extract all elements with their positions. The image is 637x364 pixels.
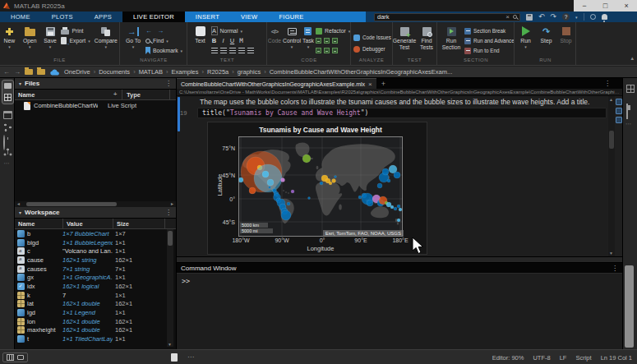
workspace-row[interactable]: blgd1×1 BubbleLegend1×1 (15, 238, 164, 247)
workspace-row[interactable]: idx162×1 logical162×1 (15, 282, 164, 291)
workspace-row[interactable]: gx1×1 GeographicA…1×1 (15, 273, 164, 282)
column-divider[interactable] (122, 90, 122, 99)
workspace-row[interactable]: c"Volcano and Lan…1×1 (15, 247, 164, 256)
workspace-panel-header[interactable]: ▾ Workspace ⋮ (15, 207, 176, 219)
step-button[interactable]: ↷Step (538, 25, 556, 44)
workspace-row[interactable]: maxheight162×1 double162×1 (15, 326, 164, 335)
geographic-map[interactable]: 5000 km 5000 mi Esri, TomTom, FAO, NOAA,… (238, 136, 403, 237)
refactor-tool-icon[interactable] (316, 38, 321, 44)
run-and-advance-button[interactable]: Run and Advance (464, 36, 512, 45)
output-right-icon[interactable] (616, 117, 622, 123)
more-panels-icon[interactable]: ⋯ (0, 160, 14, 167)
undo-icon[interactable]: ↶ (538, 12, 545, 22)
ws-col-value[interactable]: Value (67, 220, 83, 228)
breadcrumb-item[interactable]: Examples (172, 68, 199, 76)
maximize-button[interactable]: □ (595, 0, 615, 12)
print-button[interactable]: Print (61, 26, 90, 35)
nav-back-icon[interactable]: ← (3, 68, 10, 76)
scroll-up-icon[interactable]: ▲ (609, 97, 613, 102)
account-icon[interactable] (590, 14, 596, 20)
editor-scrollbar[interactable]: ▲ ▼ (608, 96, 615, 256)
monospace-button[interactable]: M (238, 37, 245, 44)
files-menu-icon[interactable]: ⋮ (165, 80, 172, 87)
collapse-files-icon[interactable]: ▾ (19, 81, 21, 86)
workspace-menu-icon[interactable]: ⋮ (165, 209, 172, 216)
command-window[interactable]: >> (177, 274, 622, 349)
code-button[interactable]: </>Code (268, 25, 281, 44)
scrollbar-thumb[interactable] (609, 131, 614, 149)
command-window-menu-icon[interactable]: ⋮ (612, 265, 618, 272)
column-divider[interactable] (62, 219, 63, 228)
refactor-tool-icon[interactable] (316, 48, 321, 53)
add-column-icon[interactable]: + (113, 90, 117, 98)
files-column-header[interactable]: Name + Type (15, 90, 176, 100)
ribbon-tab-apps[interactable]: APPS (84, 12, 122, 22)
control-button[interactable]: Control▾ (283, 25, 301, 48)
scrollbar-thumb[interactable] (26, 202, 117, 206)
layout-toggle[interactable] (2, 352, 28, 362)
new-button[interactable]: New▾ (0, 25, 19, 48)
run-to-end-button[interactable]: Run to End (464, 46, 512, 55)
source-control-icon[interactable] (3, 148, 12, 156)
document-paragraph[interactable]: The map uses the bubble colors to illust… (200, 98, 594, 106)
new-folder-icon[interactable] (25, 69, 33, 75)
search-icon[interactable] (513, 15, 517, 19)
italic-button[interactable]: I (220, 37, 227, 44)
files-col-name[interactable]: Name (18, 91, 35, 99)
ws-col-size[interactable]: Size (117, 220, 129, 228)
scroll-down-icon[interactable]: ▼ (609, 251, 613, 256)
breadcrumb-item[interactable]: CombineBubbleChartWithOtherGraphicsInGeo… (270, 68, 453, 76)
files-panel-icon[interactable] (4, 83, 12, 89)
workspace-column-header[interactable]: Name Value Size (15, 219, 176, 229)
workspace-row[interactable]: cause162×1 string162×1 (15, 256, 164, 265)
scroll-down-icon[interactable]: ▼ (168, 342, 172, 347)
archive-panel-icon[interactable] (3, 111, 12, 119)
workspace-row[interactable]: causes7×1 string7×1 (15, 265, 164, 274)
run-button[interactable]: Run▾ (516, 25, 536, 48)
command-prompt[interactable]: >> (182, 277, 190, 285)
bullet-list-icon[interactable] (238, 48, 245, 53)
breadcrumb-item[interactable]: graphics (238, 68, 261, 76)
collapse-workspace-icon[interactable]: ▾ (19, 210, 21, 215)
workspace-row[interactable]: lgd1×1 Legend1×1 (15, 308, 164, 317)
scroll-right-icon[interactable]: ► (170, 201, 174, 207)
ws-col-name[interactable]: Name (18, 220, 35, 228)
nav-forward-icon[interactable]: → (14, 68, 21, 76)
ribbon-tab-view[interactable]: VIEW (230, 12, 268, 22)
workspace-row[interactable]: t1×1 TiledChartLay…1×1 (15, 334, 164, 343)
right-scrollbar-thumb[interactable] (625, 265, 634, 348)
column-divider[interactable] (169, 90, 170, 99)
refactor-tool-icon[interactable] (324, 48, 330, 53)
minimize-button[interactable]: − (575, 0, 594, 12)
task-button[interactable]: Task▾ (302, 25, 314, 48)
text-button[interactable]: Text (192, 25, 210, 44)
folder-up-icon[interactable] (37, 69, 45, 75)
panel-group-selected[interactable] (2, 80, 14, 104)
ribbon-tab-plots[interactable]: PLOTS (41, 12, 84, 22)
scroll-left-icon[interactable]: ◄ (16, 201, 21, 207)
column-divider[interactable] (164, 219, 165, 228)
breadcrumb-item[interactable]: Documents (99, 68, 130, 76)
scrollbar-thumb[interactable] (168, 231, 173, 246)
workspace-panel-icon[interactable] (4, 94, 12, 101)
ribbon-tab-live-editor[interactable]: LIVE EDITOR (122, 12, 185, 22)
goto-button[interactable]: →Go To▾ (122, 25, 144, 48)
clear-search-icon[interactable]: × (505, 13, 510, 21)
help-dropdown-icon[interactable]: ▾ (575, 15, 578, 20)
rail-panels-icon[interactable] (626, 85, 635, 93)
numbered-list-icon[interactable] (247, 48, 254, 53)
new-tab-button[interactable]: + (376, 80, 390, 88)
workspace-row[interactable]: lat162×1 double162×1 (15, 300, 164, 309)
column-divider[interactable] (113, 219, 113, 228)
refactor-tool-icon[interactable] (332, 48, 338, 53)
rail-more-icon[interactable]: ⋯ (625, 121, 632, 127)
compare-button[interactable]: Compare▾ (93, 25, 119, 48)
code-issues-button[interactable]: Code Issues (353, 33, 391, 42)
bookmark-button[interactable]: Bookmark▾ (145, 46, 185, 55)
files-hscrollbar[interactable]: ◄ ► (15, 201, 177, 207)
command-window-header[interactable]: Command Window ⋮ (177, 263, 622, 274)
help-icon[interactable]: ? (562, 13, 570, 21)
close-button[interactable]: × (616, 0, 636, 12)
align-center-icon[interactable] (220, 48, 227, 53)
file-row[interactable]: CombineBubbleChartWithO...Live Script (15, 100, 176, 111)
